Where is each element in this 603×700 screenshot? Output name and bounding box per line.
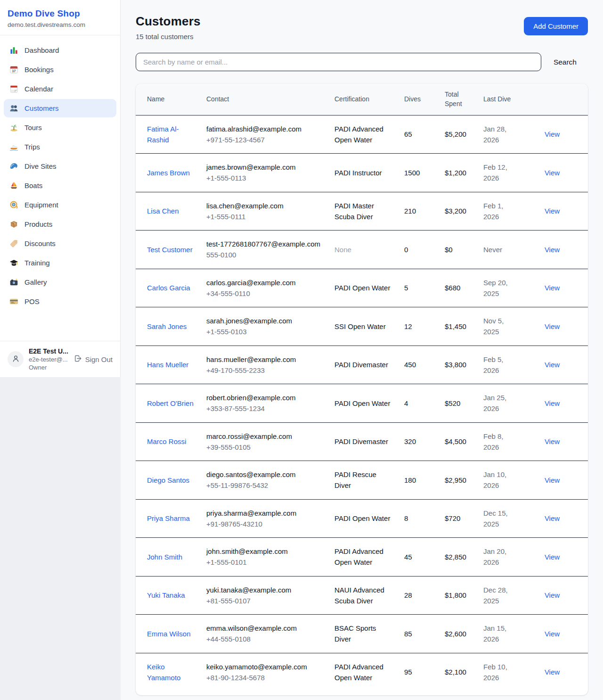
customer-last-dive: Feb 1, 2026	[483, 202, 504, 221]
customer-certification: PADI Instructor	[334, 169, 382, 177]
view-customer-link[interactable]: View	[545, 246, 560, 254]
user-name: E2E Test U...	[29, 347, 69, 355]
customer-name-link[interactable]: John Smith	[147, 552, 182, 562]
sidebar-item-gallery[interactable]: Gallery	[4, 273, 116, 291]
sidebar-item-dive-sites[interactable]: Dive Sites	[4, 157, 116, 175]
customer-email: hans.mueller@example.com	[206, 354, 323, 365]
customer-certification: PADI Advanced Open Water	[334, 125, 383, 144]
table-row: John Smith john.smith@example.com +1-555…	[136, 538, 588, 576]
view-customer-link[interactable]: View	[545, 361, 560, 369]
customer-phone: +1-555-0103	[206, 326, 323, 337]
search-row: Search	[136, 53, 588, 71]
sidebar-item-label: Customers	[24, 104, 59, 112]
view-customer-link[interactable]: View	[545, 591, 560, 599]
view-customer-link[interactable]: View	[545, 437, 560, 445]
sidebar-item-trips[interactable]: Trips	[4, 138, 116, 156]
customer-name-link[interactable]: Test Customer	[147, 244, 193, 255]
customer-total-spent: $1,800	[445, 591, 466, 599]
customer-total-spent: $0	[445, 246, 453, 254]
customer-phone: +81-555-0107	[206, 595, 323, 606]
tear-calendar-icon	[9, 84, 18, 93]
customer-name-link[interactable]: Yuki Tanaka	[147, 590, 185, 601]
customer-name-link[interactable]: Carlos Garcia	[147, 282, 190, 293]
customers-table-card: Name Contact Certification Dives Total S…	[136, 83, 588, 695]
customer-last-dive: Jan 20, 2026	[483, 547, 506, 566]
sidebar-item-pos[interactable]: POS	[4, 292, 116, 311]
table-header-row: Name Contact Certification Dives Total S…	[136, 83, 588, 115]
view-customer-link[interactable]: View	[545, 630, 560, 638]
customer-name-link[interactable]: Diego Santos	[147, 475, 189, 486]
customer-certification: PADI Advanced Open Water	[334, 547, 383, 566]
customer-phone: 555-0100	[206, 249, 323, 260]
sidebar-item-customers[interactable]: Customers	[4, 99, 116, 117]
sidebar-item-training[interactable]: Training	[4, 254, 116, 272]
view-customer-link[interactable]: View	[545, 284, 560, 292]
table-row: Fatima Al-Rashid fatima.alrashid@example…	[136, 115, 588, 154]
view-customer-link[interactable]: View	[545, 169, 560, 177]
view-customer-link[interactable]: View	[545, 476, 560, 484]
customer-name-link[interactable]: Lisa Chen	[147, 206, 179, 216]
sidebar-item-products[interactable]: Products	[4, 215, 116, 233]
add-customer-button[interactable]: Add Customer	[524, 17, 588, 35]
sidebar-item-tours[interactable]: Tours	[4, 118, 116, 137]
sign-out-button[interactable]: Sign Out	[74, 354, 113, 364]
customer-total-spent: $3,800	[445, 361, 466, 369]
column-header-contact: Contact	[206, 83, 334, 115]
customer-last-dive: Feb 10, 2026	[483, 663, 507, 682]
customer-phone: +49-170-555-2233	[206, 365, 323, 376]
main-content: Customers 15 total customers Add Custome…	[121, 0, 603, 700]
search-button[interactable]: Search	[541, 58, 588, 66]
customer-name-link[interactable]: Keiko Yamamoto	[147, 661, 195, 684]
sidebar-item-boats[interactable]: Boats	[4, 176, 116, 195]
customer-name-link[interactable]: Fatima Al-Rashid	[147, 124, 195, 146]
customer-name-link[interactable]: Sarah Jones	[147, 321, 187, 332]
customer-certification: SSI Open Water	[334, 322, 386, 330]
sidebar-item-label: Products	[24, 220, 52, 228]
customer-total-spent: $2,600	[445, 630, 466, 638]
sidebar-item-discounts[interactable]: Discounts	[4, 234, 116, 253]
view-customer-link[interactable]: View	[545, 553, 560, 561]
customer-certification: PADI Rescue Diver	[334, 470, 376, 489]
customer-last-dive: Dec 28, 2025	[483, 586, 508, 605]
customer-phone: +81-90-1234-5678	[206, 672, 323, 683]
graduation-cap-icon	[9, 258, 18, 267]
customer-phone: +1-555-0101	[206, 557, 323, 568]
view-customer-link[interactable]: View	[545, 130, 560, 138]
customer-dives: 210	[404, 207, 416, 215]
customer-phone: +353-87-555-1234	[206, 403, 323, 414]
customer-name-link[interactable]: Emma Wilson	[147, 628, 191, 639]
view-customer-link[interactable]: View	[545, 399, 560, 407]
view-customer-link[interactable]: View	[545, 514, 560, 522]
sign-out-label: Sign Out	[85, 355, 113, 363]
table-row: Carlos Garcia carlos.garcia@example.com …	[136, 269, 588, 307]
customer-certification: PADI Open Water	[334, 514, 390, 522]
sidebar-item-label: Gallery	[24, 278, 47, 286]
customer-name-link[interactable]: Priya Sharma	[147, 513, 190, 524]
customer-email: carlos.garcia@example.com	[206, 277, 323, 288]
sidebar-item-calendar[interactable]: Calendar	[4, 80, 116, 98]
sailboat-icon	[9, 181, 18, 190]
customer-email: emma.wilson@example.com	[206, 623, 323, 634]
sidebar-item-equipment[interactable]: Equipment	[4, 196, 116, 214]
customer-name-link[interactable]: Hans Mueller	[147, 359, 188, 370]
view-customer-link[interactable]: View	[545, 322, 560, 330]
credit-card-icon	[9, 297, 18, 306]
person-icon	[11, 354, 20, 365]
svg-text:17: 17	[12, 69, 16, 73]
customer-name-link[interactable]: Robert O'Brien	[147, 398, 194, 409]
customer-email: robert.obrien@example.com	[206, 392, 323, 403]
column-header-certification: Certification	[334, 83, 404, 115]
view-customer-link[interactable]: View	[545, 207, 560, 215]
customer-dives: 180	[404, 476, 416, 484]
customer-certification: PADI Divemaster	[334, 437, 388, 445]
island-icon	[9, 123, 18, 132]
customer-name-link[interactable]: Marco Rossi	[147, 436, 186, 447]
table-row: Yuki Tanaka yuki.tanaka@example.com +81-…	[136, 576, 588, 615]
sidebar-item-bookings[interactable]: 17 Bookings	[4, 60, 116, 79]
sidebar-item-dashboard[interactable]: Dashboard	[4, 41, 116, 59]
customer-name-link[interactable]: James Brown	[147, 167, 190, 178]
customer-last-dive: Feb 5, 2026	[483, 355, 504, 374]
search-input[interactable]	[136, 53, 541, 71]
view-customer-link[interactable]: View	[545, 668, 560, 676]
sidebar-item-label: Equipment	[24, 201, 58, 209]
